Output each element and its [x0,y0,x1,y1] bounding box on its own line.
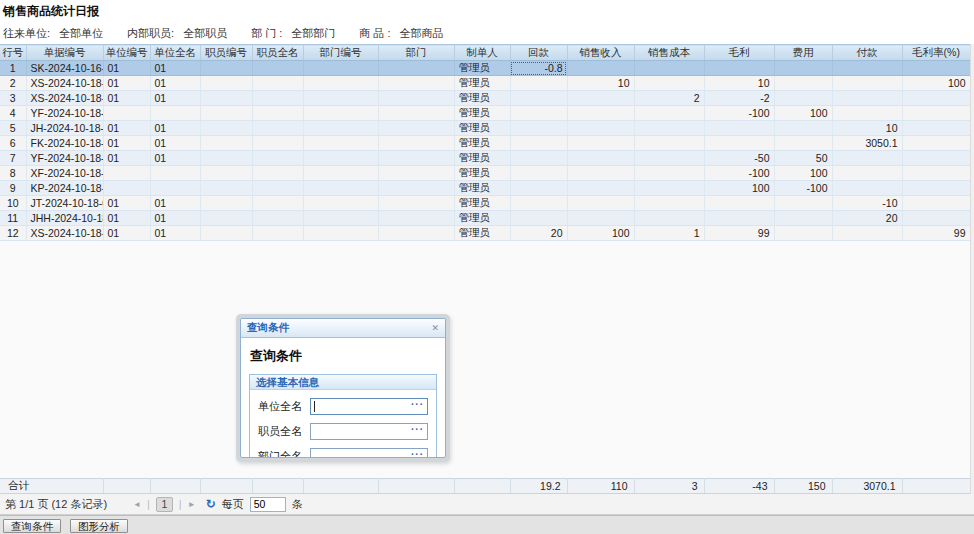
table-cell[interactable] [200,151,252,166]
table-cell[interactable] [510,136,567,151]
table-cell[interactable]: -100 [704,106,774,121]
column-header[interactable]: 单位全名 [150,45,200,61]
table-cell[interactable]: 100 [902,76,970,91]
table-cell[interactable] [252,136,303,151]
table-cell[interactable]: 100 [774,166,832,181]
table-cell[interactable] [774,91,832,106]
table-cell[interactable] [200,211,252,226]
table-row[interactable]: 10JT-2024-10-18-000101管理员-10 [0,196,970,211]
table-cell[interactable] [704,136,774,151]
table-cell[interactable]: 100 [774,106,832,121]
table-cell[interactable] [378,226,454,241]
table-cell[interactable] [252,196,303,211]
table-row[interactable]: 11JHH-2024-10-18-00101管理员20 [0,211,970,226]
table-cell[interactable] [567,121,634,136]
page-size-input[interactable] [250,497,286,512]
current-page-box[interactable]: 1 [156,497,173,512]
column-header[interactable]: 职员编号 [200,45,252,61]
table-cell[interactable]: 01 [103,136,150,151]
table-cell[interactable] [303,181,378,196]
table-cell[interactable] [704,211,774,226]
table-cell[interactable]: -100 [774,181,832,196]
table-cell[interactable] [567,136,634,151]
scrollbar-track[interactable] [970,44,974,494]
table-cell[interactable] [303,106,378,121]
table-cell[interactable]: 管理员 [454,226,510,241]
table-cell[interactable] [510,121,567,136]
table-cell[interactable]: 管理员 [454,91,510,106]
column-header[interactable]: 毛利率(%) [902,45,970,61]
table-cell[interactable] [832,151,902,166]
table-cell[interactable] [200,226,252,241]
table-cell[interactable] [567,61,634,76]
table-cell[interactable] [774,196,832,211]
table-cell[interactable]: SK-2024-10-16-00 [26,61,103,76]
table-cell[interactable] [510,151,567,166]
table-cell[interactable]: 12 [0,226,26,241]
table-cell[interactable]: 11 [0,211,26,226]
table-cell[interactable]: 7 [0,151,26,166]
table-cell[interactable] [303,166,378,181]
table-cell[interactable] [567,211,634,226]
table-cell[interactable] [634,166,704,181]
table-cell[interactable]: 01 [103,61,150,76]
table-cell[interactable] [832,226,902,241]
table-cell[interactable] [252,226,303,241]
column-header[interactable]: 费用 [774,45,832,61]
table-cell[interactable] [902,151,970,166]
table-cell[interactable] [303,121,378,136]
table-cell[interactable]: 01 [103,151,150,166]
table-cell[interactable]: JHH-2024-10-18-0 [26,211,103,226]
column-header[interactable]: 制单人 [454,45,510,61]
table-cell[interactable]: -50 [704,151,774,166]
table-cell[interactable] [252,61,303,76]
table-cell[interactable] [200,76,252,91]
table-cell[interactable] [567,181,634,196]
table-cell[interactable]: 管理员 [454,136,510,151]
table-cell[interactable] [252,211,303,226]
table-cell[interactable] [774,136,832,151]
column-header[interactable]: 部门编号 [303,45,378,61]
table-cell[interactable]: 01 [150,211,200,226]
table-cell[interactable]: 01 [150,91,200,106]
table-cell[interactable]: 01 [150,121,200,136]
table-cell[interactable] [634,136,704,151]
column-header[interactable]: 行号 [0,45,26,61]
table-cell[interactable]: 4 [0,106,26,121]
table-cell[interactable] [902,106,970,121]
column-header[interactable]: 销售收入 [567,45,634,61]
table-cell[interactable] [774,226,832,241]
table-cell[interactable] [103,166,150,181]
table-cell[interactable] [902,121,970,136]
table-cell[interactable]: 10 [0,196,26,211]
table-cell[interactable]: 01 [150,226,200,241]
table-cell[interactable] [252,166,303,181]
table-cell[interactable]: 01 [103,226,150,241]
table-cell[interactable] [774,121,832,136]
table-cell[interactable]: 9 [0,181,26,196]
table-cell[interactable]: XS-2024-10-18-03 [26,226,103,241]
table-cell[interactable]: 20 [832,211,902,226]
table-cell[interactable]: 管理员 [454,196,510,211]
table-cell[interactable] [103,181,150,196]
table-cell[interactable] [378,61,454,76]
table-cell[interactable] [902,211,970,226]
table-cell[interactable] [252,91,303,106]
table-cell[interactable]: 01 [103,196,150,211]
table-cell[interactable] [378,151,454,166]
dialog-titlebar[interactable]: 查询条件 ✕ [241,319,445,338]
table-cell[interactable]: 99 [704,226,774,241]
table-cell[interactable]: 50 [774,151,832,166]
table-row[interactable]: 9KP-2024-10-18-00管理员100-100 [0,181,970,196]
table-cell[interactable]: -0.8 [510,61,567,76]
table-cell[interactable] [150,166,200,181]
table-cell[interactable] [303,211,378,226]
table-cell[interactable] [832,181,902,196]
table-cell[interactable]: 01 [103,211,150,226]
table-cell[interactable]: -10 [832,196,902,211]
table-cell[interactable] [510,196,567,211]
table-cell[interactable]: 100 [704,181,774,196]
table-cell[interactable]: 2 [0,76,26,91]
table-cell[interactable] [510,211,567,226]
table-cell[interactable] [200,136,252,151]
